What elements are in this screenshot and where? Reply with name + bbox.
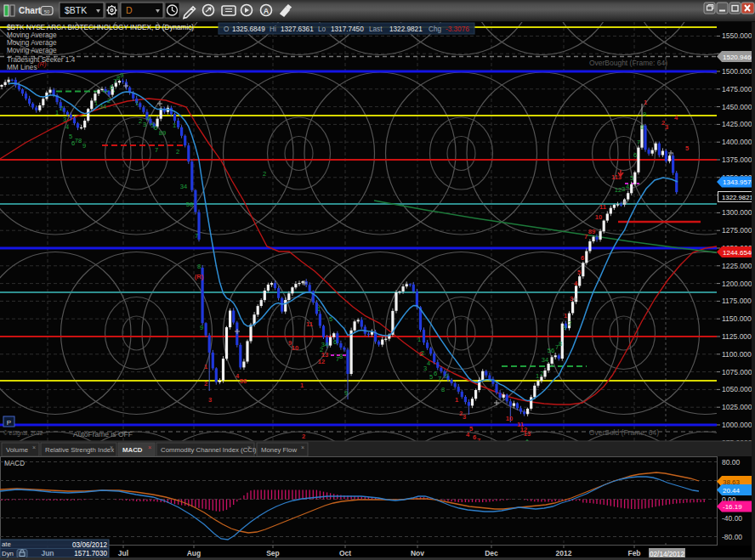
svg-text:ate: ate (2, 540, 11, 548)
svg-text:×: × (301, 444, 304, 450)
svg-text:1: 1 (55, 109, 59, 116)
svg-text:1300.0000: 1300.0000 (722, 208, 755, 217)
svg-text:© eSignal, 2012: © eSignal, 2012 (3, 430, 43, 437)
svg-text:7: 7 (637, 139, 640, 146)
svg-text:2: 2 (60, 105, 63, 112)
svg-text:1025.0000: 1025.0000 (722, 403, 755, 411)
svg-text:1: 1 (173, 122, 176, 129)
svg-text:1000.0000: 1000.0000 (722, 421, 755, 429)
svg-text:×: × (110, 444, 113, 450)
svg-text:Moving Average: Moving Average (7, 39, 57, 47)
svg-text:3: 3 (463, 413, 466, 421)
svg-text:5: 5 (469, 425, 473, 433)
svg-text:-16.19: -16.19 (723, 503, 742, 511)
svg-text:2: 2 (204, 380, 207, 387)
svg-text:Moving Average: Moving Average (7, 31, 57, 39)
svg-text:10: 10 (292, 344, 298, 352)
svg-text:D: D (126, 5, 133, 15)
svg-text:Jun: Jun (41, 549, 54, 557)
svg-text:Relative Strength Index: Relative Strength Index (45, 446, 114, 454)
svg-text:$BTK: $BTK (65, 5, 87, 15)
svg-text:80.00: 80.00 (722, 458, 741, 467)
svg-text:-40.00: -40.00 (722, 514, 742, 523)
svg-text:1571.7030: 1571.7030 (74, 550, 107, 557)
svg-text:3: 3 (208, 396, 212, 404)
svg-text:1075.0000: 1075.0000 (722, 368, 755, 376)
svg-text:1: 1 (135, 99, 139, 107)
svg-text:Last: Last (369, 25, 383, 33)
svg-text:1: 1 (94, 99, 98, 107)
svg-text:5: 5 (329, 315, 332, 323)
svg-text:Dyn: Dyn (2, 550, 14, 557)
svg-text:78: 78 (75, 137, 82, 144)
svg-text:1322.9821: 1322.9821 (722, 194, 753, 201)
svg-text:50: 50 (44, 9, 50, 14)
svg-text:4: 4 (626, 183, 629, 190)
svg-text:OverBought (Frame: 64): OverBought (Frame: 64) (589, 59, 667, 67)
svg-text:9: 9 (82, 142, 86, 150)
svg-text:Hi: Hi (270, 25, 276, 33)
svg-text:9: 9 (643, 110, 646, 118)
svg-text:1: 1 (204, 363, 207, 371)
svg-text:5: 5 (630, 174, 633, 182)
svg-text:1: 1 (536, 372, 539, 380)
svg-text:2: 2 (421, 349, 424, 357)
svg-text:1450.0000: 1450.0000 (722, 103, 755, 111)
svg-text:-80.00: -80.00 (722, 533, 742, 541)
svg-text:2: 2 (176, 148, 179, 156)
svg-text:1225.0000: 1225.0000 (722, 262, 755, 270)
svg-text:7: 7 (155, 146, 158, 154)
svg-text:89: 89 (159, 129, 166, 137)
svg-text:1: 1 (455, 396, 458, 404)
svg-text:8: 8 (441, 386, 445, 393)
svg-text:8: 8 (197, 263, 201, 270)
svg-text:12: 12 (615, 186, 622, 194)
svg-text:1200.0000: 1200.0000 (722, 280, 755, 288)
svg-text:6: 6 (633, 151, 637, 159)
svg-text:Money Flow: Money Flow (261, 446, 297, 454)
svg-text:P: P (7, 419, 11, 427)
svg-text:6: 6 (333, 338, 337, 346)
svg-text:11: 11 (306, 320, 313, 328)
svg-text:5: 5 (429, 373, 433, 381)
svg-text:3: 3 (63, 116, 66, 123)
svg-text:1050.0000: 1050.0000 (722, 385, 755, 393)
svg-text:Aug: Aug (187, 549, 202, 557)
svg-text:1520.9466: 1520.9466 (723, 54, 755, 61)
svg-text:20.44: 20.44 (723, 487, 741, 495)
svg-text:2: 2 (263, 170, 266, 178)
svg-text:1327.6361: 1327.6361 (281, 25, 314, 33)
svg-text:2: 2 (540, 370, 543, 377)
svg-text:Moving Average: Moving Average (7, 47, 57, 54)
svg-text:02/14/2012: 02/14/2012 (650, 551, 684, 558)
svg-text:1325.6849: 1325.6849 (232, 25, 265, 33)
svg-text:03/06/2012: 03/06/2012 (72, 541, 107, 549)
svg-text:1244.6546: 1244.6546 (723, 249, 755, 257)
svg-text:1150.0000: 1150.0000 (722, 314, 755, 323)
svg-text:Feb: Feb (627, 549, 640, 557)
svg-text:1: 1 (644, 99, 647, 106)
svg-text:(R): (R) (195, 273, 204, 280)
svg-text:×: × (247, 444, 251, 450)
svg-text:1125.0000: 1125.0000 (722, 332, 755, 341)
svg-text:4: 4 (65, 123, 69, 131)
svg-text:1550.0000: 1550.0000 (722, 31, 755, 40)
svg-text:9: 9 (200, 324, 203, 331)
svg-text:34: 34 (542, 356, 548, 364)
svg-text:-3.3076: -3.3076 (446, 25, 469, 33)
svg-text:4: 4 (427, 359, 430, 367)
svg-text:Oct: Oct (339, 549, 351, 557)
svg-text:MACD: MACD (4, 460, 25, 467)
svg-text:1475.0000: 1475.0000 (722, 85, 755, 93)
svg-text:1375.0000: 1375.0000 (722, 156, 755, 164)
svg-text:6: 6 (154, 124, 157, 132)
svg-text:$BTK NYSE ARCA BIOTECHNOLOGY I: $BTK NYSE ARCA BIOTECHNOLOGY INDEX, D (D… (7, 24, 194, 31)
svg-text:Volume: Volume (6, 446, 28, 454)
svg-text:1425.0000: 1425.0000 (722, 120, 755, 128)
svg-text:7: 7 (584, 233, 588, 240)
svg-text:1: 1 (417, 336, 421, 343)
svg-text:9: 9 (563, 324, 566, 331)
svg-text:OverSold (Frame: 64): OverSold (Frame: 64) (589, 428, 659, 437)
svg-text:7: 7 (195, 232, 198, 240)
svg-text:56: 56 (186, 201, 193, 208)
